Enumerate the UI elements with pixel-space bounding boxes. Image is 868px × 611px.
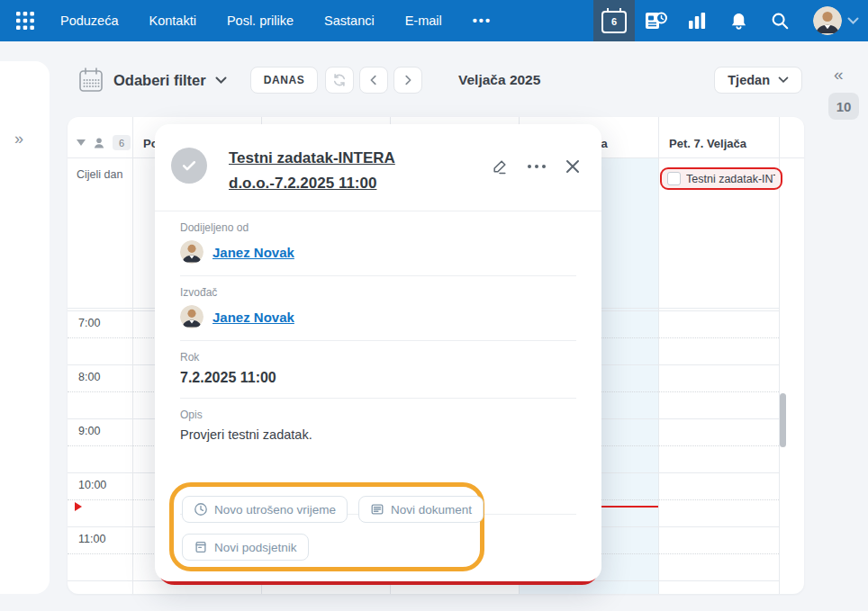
toolbar-calendar-icon — [77, 67, 104, 94]
app-grid-menu-icon[interactable] — [12, 7, 39, 34]
field-label: Dodijeljeno od — [180, 221, 576, 234]
all-day-row-label: Cijeli dan — [77, 168, 122, 181]
assigned-by-link[interactable]: Janez Novak — [212, 245, 294, 260]
check-icon — [180, 157, 198, 175]
person-row: Janez Novak — [180, 240, 576, 264]
prev-button[interactable] — [359, 67, 388, 94]
main-menu: Poduzeća Kontakti Posl. prilike Sastanci… — [60, 13, 492, 28]
modal-quick-actions: Novo utrošeno vrijeme Novi dokument Novi… — [182, 496, 488, 561]
time-label: 11:00 — [78, 533, 105, 545]
refresh-button[interactable] — [325, 67, 354, 94]
filter-chevron-icon[interactable] — [77, 139, 86, 146]
task-checkbox[interactable] — [667, 172, 681, 185]
nav-item-sastanci[interactable]: Sastanci — [324, 13, 375, 28]
person-avatar — [180, 240, 203, 264]
task-event-title: Testni zadatak-INT... — [686, 173, 775, 185]
calendar-filter-controls: 6 — [77, 135, 131, 150]
user-avatar[interactable] — [813, 6, 842, 35]
description-text: Provjeri testni zadatak. — [180, 427, 576, 442]
column-divider — [779, 117, 780, 594]
calendar-icon: 6 — [601, 11, 627, 33]
chevron-down-icon — [215, 76, 227, 85]
view-selector-label: Tjedan — [728, 73, 770, 87]
nav-item-poduzeca[interactable]: Poduzeća — [60, 13, 119, 28]
calendar-toolbar: Odaberi filter DANAS Veljača 2025 Tjedan — [77, 67, 802, 94]
sidebar-expand-button[interactable]: » — [14, 130, 23, 148]
document-icon — [370, 502, 384, 517]
chevron-down-icon — [778, 76, 789, 84]
today-button[interactable]: DANAS — [250, 67, 319, 94]
new-document-button[interactable]: Novi dokument — [358, 496, 484, 523]
user-menu-chevron-icon[interactable] — [847, 17, 859, 25]
complete-task-toggle[interactable] — [171, 148, 207, 184]
modal-header: Testni zadatak-INTERA d.o.o.-7.2.2025 11… — [155, 124, 601, 196]
nav-reports-button[interactable] — [676, 0, 718, 41]
deadline-value: 7.2.2025 11:00 — [180, 370, 576, 386]
right-panel-collapse-button[interactable]: « — [834, 65, 844, 85]
nav-search-button[interactable] — [759, 0, 800, 41]
left-sidebar-collapsed: » — [0, 61, 50, 594]
chevron-left-icon — [367, 74, 380, 86]
person-row: Janez Novak — [180, 305, 576, 328]
calendar-scrollbar[interactable] — [780, 393, 786, 447]
nav-icon-group: 6 — [593, 0, 868, 41]
filter-dropdown-label: Odaberi filter — [113, 72, 206, 89]
nav-item-kontakti[interactable]: Kontakti — [149, 13, 196, 28]
field-label: Izvođač — [180, 286, 576, 299]
time-label: 8:00 — [78, 371, 100, 383]
nav-more-button[interactable]: ••• — [473, 13, 492, 28]
new-reminder-button[interactable]: Novi podsjetnik — [182, 534, 309, 561]
nav-notifications-button[interactable] — [718, 0, 759, 41]
nav-calendar-button[interactable]: 6 — [593, 0, 635, 41]
nav-journal-button[interactable] — [635, 0, 676, 41]
action-label: Novi dokument — [391, 503, 472, 517]
week-number-badge[interactable]: 10 — [828, 93, 859, 120]
journal-clock-icon — [643, 10, 668, 31]
bar-chart-icon — [686, 10, 708, 31]
time-label: 10:00 — [78, 479, 106, 491]
field-label: Opis — [180, 409, 576, 421]
column-divider — [132, 117, 133, 594]
modal-body: Dodijeljeno od Janez Novak Izvođač Janez… — [155, 211, 601, 515]
day-header-fri: Pet. 7. Veljača — [669, 137, 746, 150]
view-selector-dropdown[interactable]: Tjedan — [714, 67, 802, 94]
more-options-button[interactable] — [524, 161, 549, 172]
nav-item-posl-prilike[interactable]: Posl. prilike — [227, 13, 294, 28]
time-label: 7:00 — [78, 317, 100, 329]
action-label: Novi podsjetnik — [214, 541, 297, 554]
field-deadline: Rok 7.2.2025 11:00 — [180, 341, 576, 399]
close-icon — [565, 158, 581, 175]
calendar-day-number: 6 — [603, 13, 625, 31]
executor-link[interactable]: Janez Novak — [212, 310, 294, 325]
field-executor: Izvođač Janez Novak — [180, 276, 576, 341]
field-label: Rok — [180, 351, 576, 364]
person-filter-icon[interactable] — [92, 136, 106, 150]
app-window: Poduzeća Kontakti Posl. prilike Sastanci… — [0, 0, 868, 611]
top-nav: Poduzeća Kontakti Posl. prilike Sastanci… — [0, 0, 868, 41]
filter-dropdown[interactable]: Odaberi filter — [113, 72, 227, 89]
pencil-icon — [491, 157, 509, 175]
filter-count-badge[interactable]: 6 — [113, 135, 131, 150]
ellipsis-icon — [527, 164, 547, 169]
action-label: Novo utrošeno vrijeme — [214, 503, 336, 517]
search-icon — [770, 11, 790, 31]
reminder-icon — [194, 540, 208, 554]
task-event-chip[interactable]: Testni zadatak-INT... — [660, 167, 782, 190]
task-detail-modal: Testni zadatak-INTERA d.o.o.-7.2.2025 11… — [155, 124, 601, 581]
chevron-right-icon — [402, 74, 414, 86]
nav-item-email[interactable]: E-mail — [405, 13, 442, 28]
edit-button[interactable] — [488, 155, 511, 178]
current-time-marker — [75, 502, 82, 511]
new-time-entry-button[interactable]: Novo utrošeno vrijeme — [182, 496, 348, 523]
bell-icon — [728, 11, 749, 31]
close-button[interactable] — [562, 156, 583, 177]
clock-icon — [194, 502, 208, 517]
task-title-link[interactable]: Testni zadatak-INTERA d.o.o.-7.2.2025 11… — [229, 146, 454, 196]
refresh-icon — [331, 72, 348, 88]
person-avatar — [180, 305, 203, 328]
time-label: 9:00 — [78, 425, 100, 437]
field-assigned-by: Dodijeljeno od Janez Novak — [180, 211, 576, 276]
next-button[interactable] — [393, 67, 422, 94]
modal-header-actions — [488, 146, 583, 178]
month-title: Veljača 2025 — [458, 72, 540, 88]
